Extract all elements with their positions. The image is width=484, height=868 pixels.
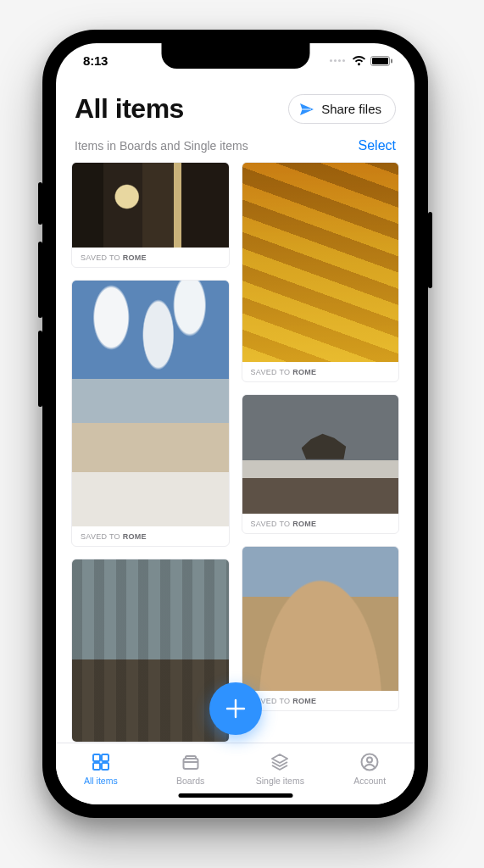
item-photo	[242, 395, 399, 514]
subheader: Items in Boards and Single items Select	[56, 130, 414, 162]
items-grid[interactable]: SAVED TO ROME SAVED TO ROME SAVED TO ROM…	[56, 162, 414, 743]
item-caption: SAVED TO ROME	[72, 526, 229, 546]
item-photo	[72, 559, 229, 742]
wifi-icon	[352, 56, 366, 66]
svg-rect-5	[93, 763, 100, 770]
item-caption: SAVED TO ROME	[72, 248, 229, 267]
svg-rect-3	[93, 754, 100, 761]
share-files-button[interactable]: Share files	[288, 94, 396, 124]
item-card[interactable]	[71, 559, 230, 743]
svg-rect-2	[391, 58, 392, 63]
add-button[interactable]	[209, 682, 262, 735]
tab-account[interactable]: Account	[325, 743, 414, 804]
plus-icon	[225, 698, 247, 720]
item-photo	[72, 281, 229, 526]
item-caption: SAVED TO ROME	[242, 362, 399, 381]
share-files-label: Share files	[321, 102, 381, 116]
battery-icon	[370, 56, 392, 66]
grid-column-left: SAVED TO ROME SAVED TO ROME	[71, 162, 230, 743]
item-card[interactable]: SAVED TO ROME	[242, 162, 400, 382]
tab-label: Single items	[256, 776, 304, 786]
status-indicators	[330, 56, 392, 66]
item-card[interactable]: SAVED TO ROME	[71, 280, 230, 547]
grid-column-right: SAVED TO ROME SAVED TO ROME SAVED TO ROM…	[242, 162, 400, 743]
item-card[interactable]: SAVED TO ROME	[242, 394, 400, 534]
send-icon	[299, 103, 314, 116]
boards-icon	[181, 752, 201, 772]
header: All items Share files	[56, 78, 414, 130]
select-button[interactable]: Select	[359, 138, 396, 153]
svg-rect-4	[102, 754, 108, 761]
home-indicator[interactable]	[178, 793, 292, 798]
item-photo	[242, 547, 399, 691]
subtitle-text: Items in Boards and Single items	[75, 139, 248, 153]
tab-all-items[interactable]: All items	[56, 743, 146, 804]
screen: 8:13 All items Sh	[56, 43, 414, 804]
item-caption: SAVED TO ROME	[242, 514, 399, 533]
svg-rect-6	[102, 763, 108, 770]
grid-icon	[91, 752, 111, 772]
svg-point-9	[367, 757, 372, 762]
account-icon	[359, 752, 380, 772]
tab-label: All items	[84, 776, 118, 786]
item-photo	[242, 163, 399, 362]
tab-label: Boards	[176, 776, 204, 786]
svg-rect-1	[372, 58, 388, 64]
item-caption: SAVED TO ROME	[242, 691, 399, 710]
notch	[161, 43, 309, 69]
item-card[interactable]: SAVED TO ROME	[71, 162, 230, 267]
item-card[interactable]: SAVED TO ROME	[242, 546, 400, 711]
svg-rect-7	[183, 759, 197, 769]
item-photo	[72, 163, 229, 247]
status-time: 8:13	[83, 53, 108, 68]
phone-frame: 8:13 All items Sh	[42, 30, 428, 818]
layers-icon	[270, 752, 290, 772]
page-title: All items	[75, 93, 184, 125]
cellular-dots-icon	[330, 59, 345, 62]
tab-label: Account	[353, 776, 386, 786]
